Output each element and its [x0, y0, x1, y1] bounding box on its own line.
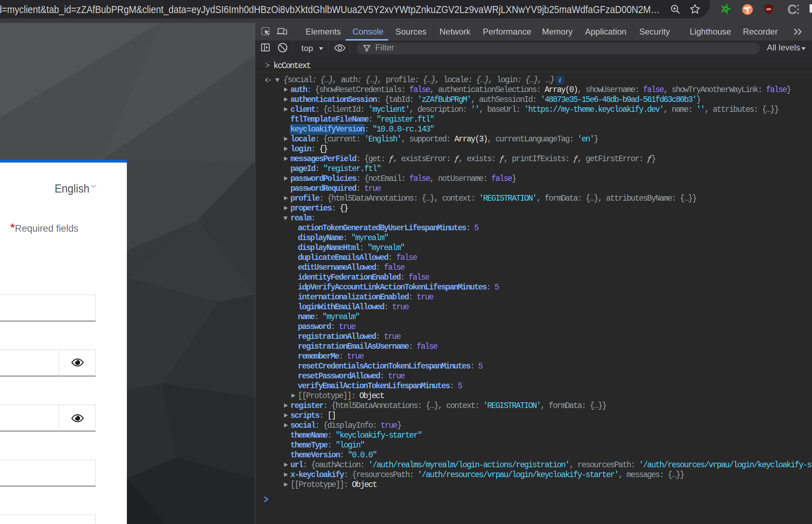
svg-text:uo: uo — [766, 7, 771, 11]
